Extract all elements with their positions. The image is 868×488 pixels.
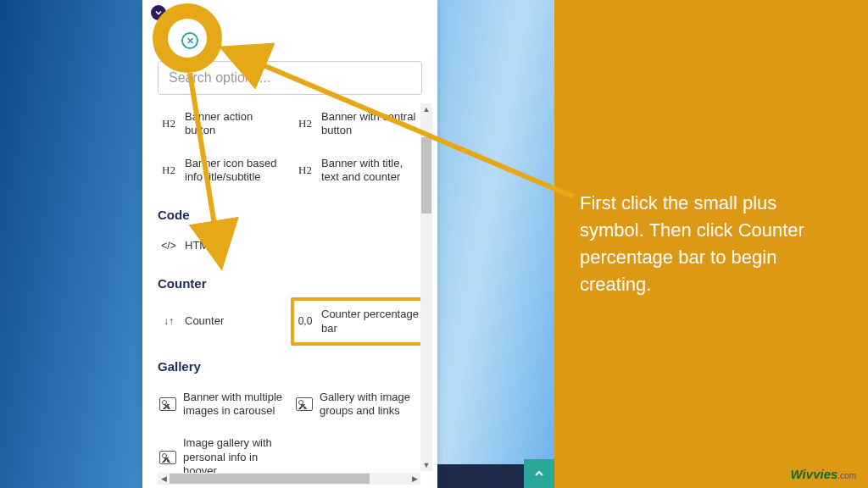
option-label: Banner with title, text and counter bbox=[321, 157, 420, 185]
h2-icon: H2 bbox=[296, 117, 314, 130]
h2-icon: H2 bbox=[159, 164, 178, 177]
watermark: Wivvies.com bbox=[791, 467, 856, 481]
close-icon[interactable]: ✕ bbox=[181, 32, 198, 49]
sort-icon: ↓↑ bbox=[159, 315, 178, 328]
options-scroll-area: H2 Banner action button H2 Banner with c… bbox=[158, 103, 432, 488]
option-label: Banner with central button bbox=[321, 110, 420, 138]
decimal-icon: 0,0 bbox=[296, 315, 314, 328]
scroll-left-icon[interactable]: ◀ bbox=[158, 473, 170, 485]
option-banner-title-text-counter[interactable]: H2 Banner with title, text and counter bbox=[294, 150, 422, 191]
option-counter-percentage-bar[interactable]: 0,0 Counter percentage bar bbox=[291, 297, 426, 346]
option-banner-central-button[interactable]: H2 Banner with central button bbox=[294, 103, 422, 145]
section-title-code: Code bbox=[158, 196, 422, 227]
option-label: Banner action button bbox=[185, 110, 284, 138]
code-icon: </> bbox=[159, 240, 178, 252]
option-banner-carousel[interactable]: Banner with multiple images in carousel bbox=[158, 384, 286, 425]
option-html[interactable]: </> HTML bbox=[158, 232, 286, 259]
option-banner-icon-info[interactable]: H2 Banner icon based info title/subtitle bbox=[158, 150, 286, 191]
image-icon bbox=[159, 451, 176, 464]
option-counter[interactable]: ↓↑ Counter bbox=[158, 301, 286, 342]
section-title-gallery: Gallery bbox=[158, 347, 422, 379]
option-label: Counter bbox=[185, 314, 224, 328]
h2-icon: H2 bbox=[159, 117, 178, 130]
option-banner-action-button[interactable]: H2 Banner action button bbox=[158, 103, 286, 145]
chevron-down-icon[interactable] bbox=[151, 5, 166, 20]
scroll-top-button[interactable] bbox=[524, 459, 554, 488]
option-label: Counter percentage bar bbox=[321, 308, 420, 336]
image-icon bbox=[159, 397, 176, 411]
options-panel: H2 Banner action button H2 Banner with c… bbox=[142, 0, 437, 488]
option-label: Gallery with image groups and links bbox=[320, 391, 420, 419]
option-label: Banner with multiple images in carousel bbox=[183, 391, 284, 419]
scroll-down-icon[interactable]: ▼ bbox=[420, 459, 432, 471]
h2-icon: H2 bbox=[296, 164, 314, 177]
scrollbar-thumb[interactable] bbox=[421, 137, 431, 214]
section-title-counter: Counter bbox=[158, 264, 422, 296]
scrollbar-thumb[interactable] bbox=[170, 474, 370, 484]
scroll-right-icon[interactable]: ▶ bbox=[409, 473, 420, 485]
watermark-tld: .com bbox=[837, 471, 856, 480]
search-input[interactable] bbox=[158, 61, 422, 95]
annotation-text: First click the small plus symbol. Then … bbox=[580, 190, 843, 298]
option-label: Image gallery with personal info in hoov… bbox=[183, 436, 284, 478]
option-gallery-groups-links[interactable]: Gallery with image groups and links bbox=[294, 384, 422, 425]
image-icon bbox=[296, 397, 313, 411]
scroll-up-icon[interactable]: ▲ bbox=[420, 103, 432, 115]
watermark-brand: Wivvies bbox=[791, 467, 838, 481]
horizontal-scrollbar[interactable]: ◀ ▶ bbox=[158, 473, 420, 485]
vertical-scrollbar[interactable]: ▲ ▼ bbox=[420, 103, 432, 471]
option-label: HTML bbox=[185, 239, 214, 252]
option-label: Banner icon based info title/subtitle bbox=[185, 157, 284, 185]
